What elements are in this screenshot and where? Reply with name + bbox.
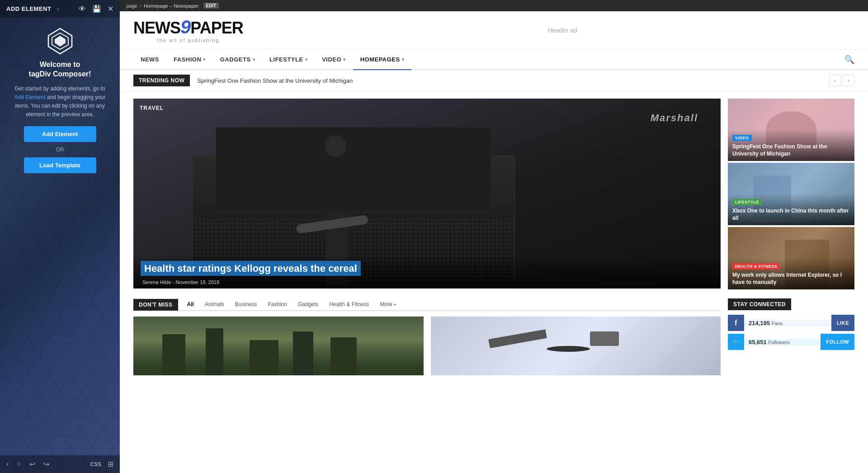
facebook-like-button[interactable]: LIKE: [831, 315, 854, 331]
logo-text: NEWS9PAPER: [133, 18, 243, 37]
hero-meta: Serena Hilde - November 19, 2018: [141, 279, 713, 285]
nav-item-fashion[interactable]: FASHION ▾: [166, 50, 213, 70]
marshall-logo-text: Marshall: [651, 112, 698, 124]
breadcrumb: page > Homepage – Newspaper EDIT: [120, 0, 868, 11]
bottom-row: DON'T MISS All Animals Business Fashion …: [120, 298, 868, 375]
undo-icon[interactable]: ↩: [29, 460, 35, 468]
nav-item-lifestyle[interactable]: LIFESTYLE ▾: [262, 50, 315, 70]
sidebar-logo-area: [0, 18, 120, 60]
hero-author: Serena Hilde: [142, 279, 171, 285]
main-content: page > Homepage – Newspaper EDIT NEWS9PA…: [120, 0, 868, 473]
search-icon[interactable]: 🔍: [844, 55, 854, 65]
article-title: Xbox One to launch in China this month a…: [732, 207, 850, 222]
twitter-icon: 🐦: [728, 334, 744, 350]
facebook-count: 214,195 Fans: [749, 320, 827, 326]
trending-label: TRENDING NOW: [133, 75, 190, 86]
dont-miss-grid: [133, 317, 721, 375]
logo-paper: PAPER: [190, 19, 243, 37]
site-navigation: NEWS FASHION ▾ GADGETS ▾ LIFESTYLE ▾ VID…: [120, 50, 868, 70]
site-header: NEWS9PAPER the art of publishing Header …: [120, 11, 868, 50]
add-element-button[interactable]: ADD ELEMENT: [6, 5, 51, 12]
logo-news: NEWS: [133, 19, 180, 37]
dont-miss-image: [133, 317, 424, 375]
list-item[interactable]: VIDEO SpringFest One Fashion Show at the…: [728, 99, 854, 161]
article-category-badge: VIDEO: [732, 135, 752, 141]
hero-title: Health star ratings Kellogg reveals the …: [141, 261, 361, 276]
css-button[interactable]: CSS: [90, 461, 101, 468]
dont-miss-card[interactable]: [133, 317, 424, 375]
trending-next-button[interactable]: ›: [843, 75, 854, 86]
list-item[interactable]: HEALTH & FITNESS My work only allows Int…: [728, 227, 854, 289]
tab-health-fitness[interactable]: Health & Fitness: [324, 298, 374, 311]
article-category-badge: LIFESTYLE: [732, 199, 762, 205]
sidebar: ADD ELEMENT › 👁 💾 ✕ Welcome totagDiv Com…: [0, 0, 120, 473]
dont-miss-card[interactable]: [431, 317, 721, 375]
tab-animals[interactable]: Animals: [199, 298, 230, 311]
hero-date: November 19, 2018: [175, 279, 219, 285]
chevron-down-icon: ▾: [394, 302, 396, 307]
circle-icon[interactable]: ○: [17, 460, 21, 468]
welcome-description: Get started by adding elements, go to Ad…: [9, 85, 111, 119]
or-label: OR: [56, 147, 64, 153]
facebook-social-row: f 214,195 Fans LIKE: [728, 315, 854, 331]
article-title: SpringFest One Fashion Show at the Unive…: [732, 143, 850, 157]
trending-bar: TRENDING NOW SpringFest One Fashion Show…: [120, 70, 868, 91]
chevron-down-icon: ▾: [203, 57, 206, 62]
dont-miss-image: [431, 317, 721, 375]
welcome-title: Welcome totagDiv Composer!: [9, 60, 111, 79]
nav-item-gadgets[interactable]: GADGETS ▾: [213, 50, 262, 70]
chevron-down-icon: ▾: [253, 57, 255, 62]
chevron-right-icon: ›: [57, 6, 58, 12]
breadcrumb-current-page: Homepage – Newspaper: [144, 3, 199, 9]
edit-button[interactable]: EDIT: [203, 3, 219, 9]
breadcrumb-separator: >: [139, 3, 142, 9]
back-icon[interactable]: ‹: [6, 460, 9, 468]
sidebar-welcome: Welcome totagDiv Composer! Get started b…: [0, 60, 120, 126]
tab-all[interactable]: All: [182, 298, 199, 311]
trending-text: SpringFest One Fashion Show at the Unive…: [197, 77, 822, 84]
tab-gadgets[interactable]: Gadgets: [292, 298, 324, 311]
twitter-follow-button[interactable]: FOLLOW: [821, 334, 854, 350]
dont-miss-section: DON'T MISS All Animals Business Fashion …: [133, 298, 721, 375]
chevron-down-icon: ▾: [305, 57, 308, 62]
header-ad: Header ad: [270, 27, 854, 34]
twitter-followers-label: Followers: [768, 340, 789, 345]
site-logo[interactable]: NEWS9PAPER the art of publishing: [133, 18, 243, 43]
add-element-main-button[interactable]: Add Element: [24, 126, 96, 142]
diamond-icon: [46, 27, 75, 56]
facebook-icon: f: [728, 315, 744, 331]
chevron-down-icon: ▾: [402, 57, 405, 62]
logo-tagline: the art of publishing: [157, 38, 219, 43]
chevron-down-icon: ▾: [343, 57, 346, 62]
nav-item-video[interactable]: VIDEO ▾: [315, 50, 353, 70]
grid-icon[interactable]: ⊞: [108, 460, 113, 468]
twitter-social-row: 🐦 65,651 Followers FOLLOW: [728, 334, 854, 350]
hero-image[interactable]: Marshall TRAVEL Health star: [133, 99, 721, 289]
article-title: My work only allows Internet Explorer, s…: [732, 271, 850, 286]
tab-fashion[interactable]: Fashion: [262, 298, 292, 311]
close-icon[interactable]: ✕: [108, 5, 113, 13]
logo-nine: 9: [180, 16, 190, 38]
tab-business[interactable]: Business: [230, 298, 263, 311]
save-icon[interactable]: 💾: [92, 5, 101, 13]
stay-connected-section: STAY CONNECTED f 214,195 Fans LIKE 🐦 65,…: [728, 298, 854, 375]
facebook-fans-label: Fans: [772, 321, 783, 326]
nav-item-news[interactable]: NEWS: [133, 50, 166, 70]
hero-category: TRAVEL: [140, 105, 164, 111]
tab-more[interactable]: More ▾: [374, 298, 401, 311]
article-category-badge: HEALTH & FITNESS: [732, 263, 780, 270]
breadcrumb-page-link[interactable]: page: [126, 3, 137, 9]
hero-section: Marshall TRAVEL Health star: [133, 99, 721, 291]
add-element-link[interactable]: Add Element: [14, 94, 46, 100]
load-template-button[interactable]: Load Template: [24, 157, 96, 173]
stay-connected-label: STAY CONNECTED: [728, 298, 791, 310]
eye-icon[interactable]: 👁: [79, 5, 86, 13]
twitter-count: 65,651 Followers: [749, 339, 816, 345]
sidebar-bottom-bar: ‹ ○ ↩ ↪ CSS ⊞: [0, 455, 120, 473]
trending-prev-button[interactable]: ‹: [829, 75, 841, 86]
dont-miss-tabs: All Animals Business Fashion Gadgets Hea…: [178, 298, 721, 311]
main-articles-area: Marshall TRAVEL Health star: [120, 91, 868, 298]
nav-item-homepages[interactable]: HOMEPAGES ▾: [353, 50, 412, 70]
redo-icon[interactable]: ↪: [43, 460, 49, 468]
list-item[interactable]: LIFESTYLE Xbox One to launch in China th…: [728, 163, 854, 225]
